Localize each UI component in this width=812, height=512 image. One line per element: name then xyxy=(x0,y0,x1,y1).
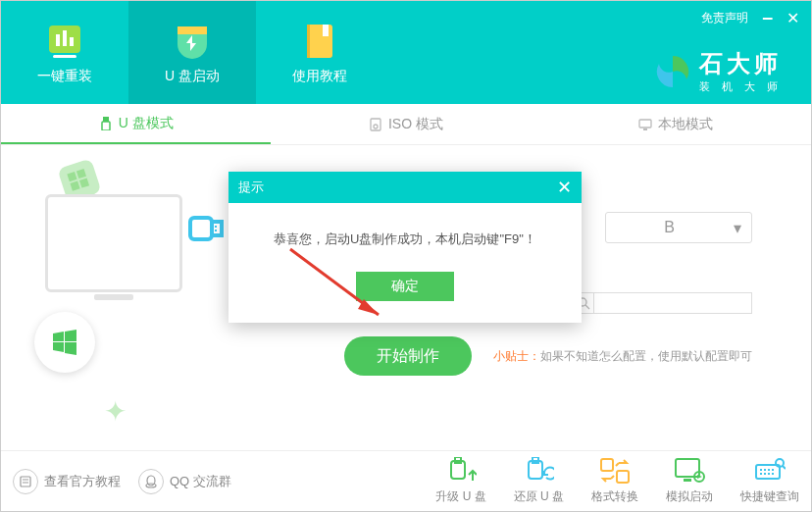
monitor-graphic xyxy=(45,194,182,300)
brand: 石大师 装机大师 xyxy=(654,48,799,94)
svg-rect-37 xyxy=(684,479,691,482)
tip-text: 小贴士：如果不知道怎么配置，使用默认配置即可 xyxy=(493,348,752,365)
success-dialog: 提示 ✕ 恭喜您，启动U盘制作成功，本机启动键"F9"！ 确定 xyxy=(228,172,582,323)
nav-tutorial[interactable]: 使用教程 xyxy=(256,1,383,104)
svg-rect-13 xyxy=(639,120,651,128)
svg-rect-3 xyxy=(70,37,74,46)
dropdown-value: B xyxy=(664,219,675,236)
dialog-title: 提示 xyxy=(238,179,264,196)
usb-refresh-icon xyxy=(523,457,554,485)
bar-chart-icon xyxy=(44,21,85,62)
brand-name: 石大师 xyxy=(699,48,782,79)
svg-rect-25 xyxy=(21,477,30,486)
tool-hotkey-lookup[interactable]: 快捷键查询 xyxy=(740,457,799,505)
tip-body: 如果不知道怎么配置，使用默认配置即可 xyxy=(540,349,752,363)
nav-usb-boot[interactable]: U 盘启动 xyxy=(128,1,256,104)
dialog-body: 恭喜您，启动U盘制作成功，本机启动键"F9"！ 确定 xyxy=(228,203,582,323)
svg-rect-5 xyxy=(178,26,207,34)
footer: 查看官方教程 QQ 交流群 升级 U 盘 还原 U 盘 格式转换 模拟启动 快捷 xyxy=(1,450,811,511)
monitor-icon xyxy=(638,118,652,131)
monitor-play-icon xyxy=(674,457,705,485)
usb-plug-icon xyxy=(185,204,225,257)
svg-rect-20 xyxy=(212,222,222,235)
tool-upgrade-usb[interactable]: 升级 U 盘 xyxy=(435,457,485,505)
nav-label: 一键重装 xyxy=(37,68,92,85)
tool-restore-usb[interactable]: 还原 U 盘 xyxy=(514,457,564,505)
svg-rect-21 xyxy=(215,226,217,228)
svg-rect-16 xyxy=(76,169,86,179)
start-make-button[interactable]: 开始制作 xyxy=(344,336,472,376)
tab-label: U 盘模式 xyxy=(119,115,174,132)
tool-simulate-boot[interactable]: 模拟启动 xyxy=(666,457,713,505)
dialog-ok-button[interactable]: 确定 xyxy=(356,272,454,301)
brand-subtitle: 装机大师 xyxy=(699,79,789,94)
footer-links: 查看官方教程 QQ 交流群 xyxy=(13,469,231,494)
dialog-ok-label: 确定 xyxy=(391,278,419,295)
device-dropdown[interactable]: B ▾ xyxy=(605,212,752,243)
nav-label: 使用教程 xyxy=(292,68,347,85)
iso-icon xyxy=(369,118,382,131)
tool-label: 升级 U 盘 xyxy=(435,488,485,505)
svg-rect-18 xyxy=(79,179,89,188)
chevron-down-icon: ▾ xyxy=(734,219,741,237)
close-button[interactable]: ✕ xyxy=(787,9,799,27)
book-small-icon xyxy=(13,469,38,494)
tab-label: ISO 模式 xyxy=(388,116,443,133)
keyboard-search-icon xyxy=(754,457,786,485)
dialog-header: 提示 ✕ xyxy=(228,172,582,203)
tab-iso-mode[interactable]: ISO 模式 xyxy=(271,104,540,144)
nav-label: U 盘启动 xyxy=(165,68,220,85)
svg-point-12 xyxy=(374,125,378,128)
header-right: 免责声明 ‒ ✕ 石大师 装机大师 xyxy=(654,1,811,104)
usb-icon xyxy=(99,117,113,130)
svg-rect-15 xyxy=(67,172,76,181)
tool-label: 格式转换 xyxy=(591,488,638,505)
usb-up-icon xyxy=(445,457,477,485)
official-tutorial-link[interactable]: 查看官方教程 xyxy=(13,469,121,494)
svg-rect-10 xyxy=(102,122,110,130)
tool-format-convert[interactable]: 格式转换 xyxy=(591,457,638,505)
book-icon xyxy=(299,21,340,62)
tab-label: 本地模式 xyxy=(658,116,713,133)
svg-rect-34 xyxy=(601,459,613,471)
windows-logo-icon xyxy=(34,312,95,373)
svg-rect-14 xyxy=(643,128,647,130)
tab-local-mode[interactable]: 本地模式 xyxy=(541,104,811,144)
svg-rect-22 xyxy=(215,230,217,231)
svg-rect-8 xyxy=(323,25,329,36)
tab-usb-mode[interactable]: U 盘模式 xyxy=(1,104,271,144)
svg-line-43 xyxy=(783,466,786,469)
svg-rect-2 xyxy=(63,30,67,46)
qq-icon xyxy=(138,469,164,494)
svg-rect-7 xyxy=(307,25,310,58)
convert-icon xyxy=(599,457,631,485)
svg-rect-17 xyxy=(70,181,79,191)
tool-label: 模拟启动 xyxy=(666,488,713,505)
search-field[interactable] xyxy=(593,292,752,314)
app-header: 一键重装 U 盘启动 使用教程 免责声明 ‒ ✕ 石大师 装机大师 xyxy=(1,1,811,104)
shield-icon xyxy=(172,21,213,62)
svg-rect-35 xyxy=(617,471,629,483)
qq-group-link[interactable]: QQ 交流群 xyxy=(138,469,231,494)
dialog-close-button[interactable]: ✕ xyxy=(557,177,572,198)
nav-reinstall[interactable]: 一键重装 xyxy=(1,1,128,104)
start-make-label: 开始制作 xyxy=(377,346,439,367)
footer-tools: 升级 U 盘 还原 U 盘 格式转换 模拟启动 快捷键查询 xyxy=(435,457,799,505)
sparkle-icon: ✦ xyxy=(104,395,131,423)
minimize-button[interactable]: ‒ xyxy=(762,7,773,28)
tip-label: 小贴士： xyxy=(493,349,540,363)
dialog-message: 恭喜您，启动U盘制作成功，本机启动键"F9"！ xyxy=(248,230,562,248)
footer-link-label: 查看官方教程 xyxy=(44,473,121,490)
svg-rect-6 xyxy=(307,25,332,58)
tool-label: 还原 U 盘 xyxy=(514,488,564,505)
mode-tabs: U 盘模式 ISO 模式 本地模式 xyxy=(1,104,811,145)
svg-rect-19 xyxy=(190,218,212,239)
window-controls: 免责声明 ‒ ✕ xyxy=(701,7,799,28)
svg-rect-4 xyxy=(53,55,76,58)
svg-rect-39 xyxy=(756,465,780,479)
nav-bar: 一键重装 U 盘启动 使用教程 xyxy=(1,1,383,104)
svg-rect-1 xyxy=(56,34,60,46)
disclaimer-link[interactable]: 免责声明 xyxy=(701,10,748,26)
brand-logo-icon xyxy=(654,53,691,90)
svg-line-24 xyxy=(585,305,589,309)
